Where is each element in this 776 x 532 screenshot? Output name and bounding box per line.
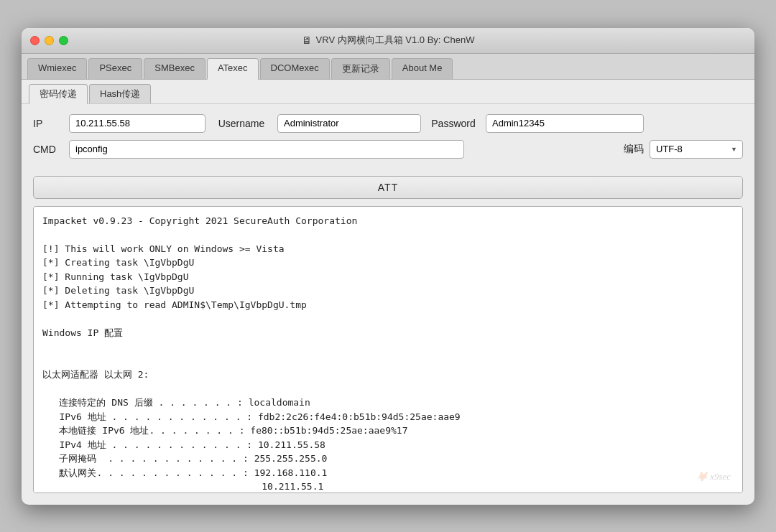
ip-input[interactable] xyxy=(69,114,205,133)
title-icon: 🖥 xyxy=(302,34,312,46)
output-area[interactable]: Impacket v0.9.23 - Copyright 2021 Secure… xyxy=(33,206,743,493)
title-bar: 🖥 VRV 内网横向工具箱 V1.0 By: ChenW xyxy=(22,28,754,54)
tab-atexec[interactable]: ATexec xyxy=(207,58,259,80)
encoding-select[interactable]: UTF-8 GBK GB2312 xyxy=(650,140,743,159)
cmd-input[interactable] xyxy=(69,140,464,159)
tab-wmiexec[interactable]: Wmiexec xyxy=(27,58,87,79)
window-title: 🖥 VRV 内网横向工具箱 V1.0 By: ChenW xyxy=(302,34,475,47)
password-input[interactable] xyxy=(486,114,644,133)
username-label: Username xyxy=(213,118,270,129)
app-window: 🖥 VRV 内网横向工具箱 V1.0 By: ChenW Wmiexec PSe… xyxy=(22,28,754,505)
username-input[interactable] xyxy=(277,114,421,133)
minimize-button[interactable] xyxy=(45,36,54,45)
password-label: Password xyxy=(428,118,479,129)
form-area: IP Username Password CMD 编码 UTF-8 GBK GB… xyxy=(22,104,754,173)
ip-label: IP xyxy=(33,118,62,129)
encoding-label: 编码 xyxy=(608,143,644,156)
subtab-password[interactable]: 密码传递 xyxy=(29,84,88,104)
output-text: Impacket v0.9.23 - Copyright 2021 Secure… xyxy=(42,214,734,493)
traffic-lights xyxy=(30,36,68,45)
cmd-label: CMD xyxy=(33,144,62,155)
form-row-1: IP Username Password xyxy=(33,114,743,133)
tab-dcomexec[interactable]: DCOMexec xyxy=(260,58,330,79)
sub-tab-bar: 密码传递 Hash传递 xyxy=(22,80,754,104)
maximize-button[interactable] xyxy=(59,36,68,45)
encoding-group: 编码 UTF-8 GBK GB2312 xyxy=(608,140,743,159)
form-row-2: CMD 编码 UTF-8 GBK GB2312 xyxy=(33,140,743,159)
encoding-select-wrapper: UTF-8 GBK GB2312 xyxy=(650,140,743,159)
att-button-row: ATT xyxy=(22,173,754,206)
main-tab-bar: Wmiexec PSexec SMBexec ATexec DCOMexec 更… xyxy=(22,54,754,80)
tab-psexec[interactable]: PSexec xyxy=(88,58,142,79)
close-button[interactable] xyxy=(30,36,40,45)
att-button[interactable]: ATT xyxy=(33,176,743,199)
subtab-hash[interactable]: Hash传递 xyxy=(89,84,151,103)
tab-about-me[interactable]: About Me xyxy=(392,58,453,79)
tab-smbexec[interactable]: SMBexec xyxy=(144,58,205,79)
tab-update-log[interactable]: 更新记录 xyxy=(331,58,390,79)
